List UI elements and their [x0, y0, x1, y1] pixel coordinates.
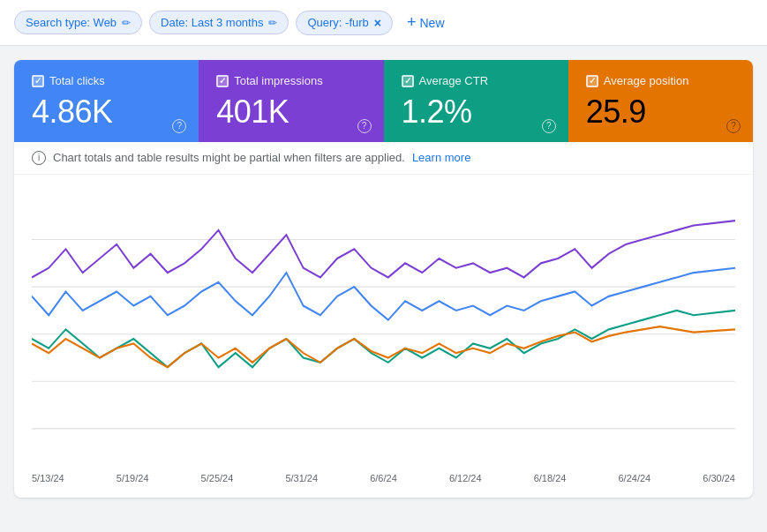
help-icon-position[interactable]: ?	[726, 119, 741, 133]
chart-area	[14, 175, 753, 469]
metric-label-impressions: Total impressions	[216, 74, 365, 87]
metrics-row: Total clicks 4.86K ? Total impressions 4…	[14, 60, 753, 142]
line-position	[32, 326, 735, 367]
date-label-1: 5/19/24	[117, 473, 149, 483]
chart-svg	[32, 192, 735, 457]
help-icon-impressions[interactable]: ?	[357, 119, 372, 133]
date-label-4: 6/6/24	[370, 473, 397, 483]
date-chip[interactable]: Date: Last 3 months ✏	[149, 11, 289, 34]
date-edit-icon[interactable]: ✏	[268, 17, 277, 29]
line-impressions	[32, 221, 735, 277]
new-button[interactable]: + New	[400, 9, 452, 36]
metric-checkbox-clicks[interactable]	[32, 75, 44, 87]
metric-title-impressions: Total impressions	[234, 74, 322, 87]
help-icon-clicks[interactable]: ?	[172, 119, 186, 133]
metric-card-impressions: Total impressions 401K ?	[199, 60, 383, 142]
filter-bar: Search type: Web ✏ Date: Last 3 months ✏…	[0, 0, 767, 46]
main-content: Total clicks 4.86K ? Total impressions 4…	[14, 60, 753, 498]
date-label-8: 6/30/24	[703, 473, 735, 483]
metric-label-ctr: Average CTR	[402, 74, 551, 87]
query-label: Query: -furb	[307, 16, 368, 29]
date-label: Date: Last 3 months	[161, 16, 263, 29]
plus-icon: +	[407, 13, 417, 32]
date-label-6: 6/18/24	[534, 473, 567, 483]
metric-label-clicks: Total clicks	[32, 74, 181, 87]
line-ctr	[32, 311, 735, 367]
date-label-2: 5/25/24	[201, 473, 234, 483]
date-label-5: 6/12/24	[449, 473, 482, 483]
search-type-label: Search type: Web	[26, 16, 117, 29]
metric-value-clicks: 4.86K	[32, 94, 181, 130]
metric-card-position: Average position 25.9 ?	[568, 60, 753, 142]
search-type-edit-icon[interactable]: ✏	[122, 17, 131, 29]
metric-checkbox-ctr[interactable]	[402, 75, 414, 87]
help-icon-ctr[interactable]: ?	[542, 119, 556, 133]
metric-title-clicks: Total clicks	[49, 74, 105, 87]
date-label-7: 6/24/24	[618, 473, 650, 483]
query-close-icon[interactable]: ×	[374, 16, 381, 30]
info-icon: i	[32, 151, 46, 165]
learn-more-link[interactable]: Learn more	[412, 151, 470, 164]
metric-title-position: Average position	[604, 74, 689, 87]
date-label-3: 5/31/24	[285, 473, 318, 483]
metric-value-ctr: 1.2%	[402, 94, 551, 130]
new-button-label: New	[420, 16, 445, 30]
metric-label-position: Average position	[586, 74, 735, 87]
metric-card-ctr: Average CTR 1.2% ?	[384, 60, 568, 142]
metric-card-clicks: Total clicks 4.86K ?	[14, 60, 199, 142]
date-label-0: 5/13/24	[32, 473, 64, 483]
metric-checkbox-impressions[interactable]	[216, 75, 229, 87]
info-text: Chart totals and table results might be …	[53, 151, 405, 164]
search-type-chip[interactable]: Search type: Web ✏	[14, 11, 142, 34]
date-labels: 5/13/24 5/19/24 5/25/24 5/31/24 6/6/24 6…	[14, 469, 753, 498]
info-bar: i Chart totals and table results might b…	[14, 142, 753, 175]
metric-value-position: 25.9	[586, 94, 735, 130]
query-chip[interactable]: Query: -furb ×	[296, 11, 393, 35]
metric-checkbox-position[interactable]	[586, 75, 598, 87]
metric-title-ctr: Average CTR	[419, 74, 489, 87]
metric-value-impressions: 401K	[216, 94, 365, 130]
